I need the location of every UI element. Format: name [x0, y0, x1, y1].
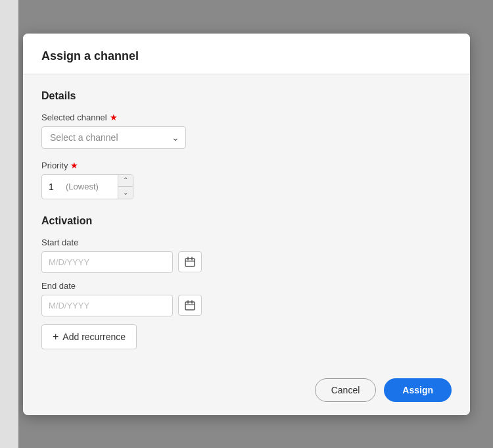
channel-required-star: ★ [110, 112, 118, 122]
svg-rect-0 [185, 259, 195, 266]
modal-title: Assign a channel [41, 49, 452, 63]
activation-section: Activation Start date [41, 215, 452, 349]
end-date-label: End date [41, 281, 452, 291]
calendar-icon [185, 257, 195, 267]
channel-select[interactable]: Select a channel [41, 126, 186, 149]
priority-spinners: ⌃ ⌄ [118, 175, 133, 199]
add-recurrence-button[interactable]: + Add recurrence [41, 324, 137, 349]
svg-rect-4 [185, 302, 195, 310]
priority-required-star: ★ [70, 161, 78, 170]
start-date-wrapper [41, 251, 452, 273]
priority-input-group: 1 (Lowest) ⌃ ⌄ [41, 174, 133, 199]
details-section-title: Details [41, 90, 452, 102]
priority-value: 1 [42, 178, 62, 196]
end-date-calendar-button[interactable] [178, 295, 202, 316]
start-date-input[interactable] [41, 251, 173, 273]
end-date-wrapper [41, 295, 452, 316]
priority-field-group: Priority ★ 1 (Lowest) ⌃ ⌄ [41, 161, 452, 199]
modal-footer: Cancel Assign [23, 365, 470, 415]
details-section: Details Selected channel ★ Select a chan… [41, 90, 452, 199]
assign-button[interactable]: Assign [384, 378, 452, 402]
priority-label: Priority ★ [41, 161, 452, 170]
channel-label: Selected channel ★ [41, 112, 452, 122]
channel-field-group: Selected channel ★ Select a channel ⌄ [41, 112, 452, 149]
start-date-calendar-button[interactable] [178, 251, 202, 272]
activation-section-title: Activation [41, 215, 452, 227]
channel-select-wrapper: Select a channel ⌄ [41, 126, 186, 149]
left-edge-decoration [0, 0, 18, 448]
plus-icon: + [53, 331, 59, 343]
start-date-label: Start date [41, 237, 452, 247]
calendar-icon [185, 300, 195, 311]
priority-sublabel: (Lowest) [62, 178, 118, 195]
modal-body: Details Selected channel ★ Select a chan… [23, 74, 470, 365]
end-date-input[interactable] [41, 295, 173, 316]
assign-channel-modal: Assign a channel Details Selected channe… [23, 34, 470, 415]
modal-overlay: Assign a channel Details Selected channe… [0, 0, 493, 448]
priority-up-button[interactable]: ⌃ [118, 175, 133, 187]
cancel-button[interactable]: Cancel [315, 378, 377, 402]
add-recurrence-label: Add recurrence [62, 332, 126, 342]
modal-header: Assign a channel [23, 34, 470, 74]
priority-down-button[interactable]: ⌄ [118, 187, 133, 199]
